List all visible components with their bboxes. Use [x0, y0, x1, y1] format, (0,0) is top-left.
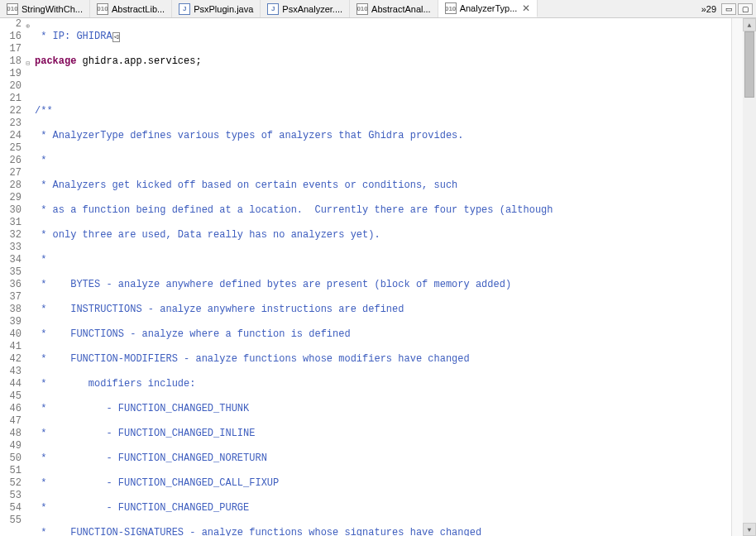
tab-overflow-button[interactable]: »29 — [696, 4, 721, 14]
file-java-icon: J — [179, 3, 190, 15]
vertical-scrollbar[interactable]: ▲ ▼ — [743, 18, 756, 536]
tab-psxanalyzer[interactable]: JPsxAnalyzer.... — [261, 0, 350, 17]
line-number-gutter: 2⊕ 16 17 18⊟ 19 20 21 22 23 24 25 26 27 … — [0, 18, 23, 536]
file-bin-icon: 010 — [445, 2, 457, 14]
tab-abstractanal[interactable]: 010AbstractAnal... — [350, 0, 438, 17]
scroll-thumb[interactable] — [744, 31, 754, 98]
minimize-button[interactable]: ▭ — [721, 3, 736, 15]
window-controls: ▭ ▢ — [721, 3, 756, 15]
tab-analyzertype[interactable]: 010AnalyzerTyp...✕ — [438, 0, 538, 17]
file-bin-icon: 010 — [7, 3, 18, 15]
editor: 2⊕ 16 17 18⊟ 19 20 21 22 23 24 25 26 27 … — [0, 18, 756, 536]
tab-abstractlib[interactable]: 010AbstractLib... — [90, 0, 172, 17]
file-bin-icon: 010 — [356, 3, 368, 15]
fold-collapse-icon[interactable]: ⊟ — [26, 57, 30, 69]
file-bin-icon: 010 — [97, 3, 108, 15]
file-java-icon: J — [267, 3, 279, 15]
code-area[interactable]: * IP: GHIDRA◁ package ghidra.app.service… — [23, 18, 731, 536]
fold-expand-icon[interactable]: ⊕ — [26, 20, 30, 32]
close-icon[interactable]: ✕ — [522, 2, 530, 14]
tab-stringwithch[interactable]: 010StringWithCh... — [0, 0, 90, 17]
editor-tab-bar: 010StringWithCh... 010AbstractLib... JPs… — [0, 0, 756, 18]
maximize-button[interactable]: ▢ — [738, 3, 753, 15]
overview-ruler[interactable] — [731, 18, 743, 536]
scroll-up-icon[interactable]: ▲ — [743, 18, 756, 31]
tab-psxplugin[interactable]: JPsxPlugin.java — [172, 0, 261, 17]
scroll-down-icon[interactable]: ▼ — [743, 523, 756, 536]
